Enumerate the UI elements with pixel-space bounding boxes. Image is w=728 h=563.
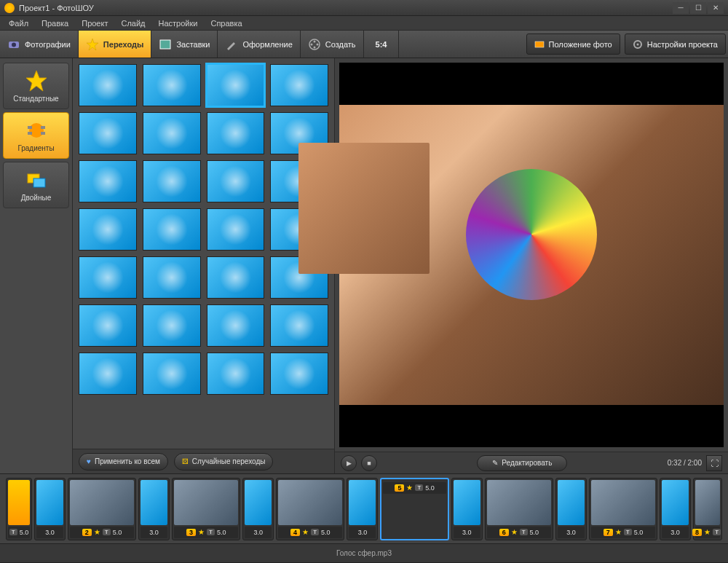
slide-duration: 5.0 [217, 529, 226, 536]
tab-design[interactable]: Оформление [218, 31, 300, 58]
category-standard[interactable]: Стандартные [3, 63, 69, 109]
menu-help[interactable]: Справка [205, 17, 248, 29]
menu-slide[interactable]: Слайд [115, 17, 151, 29]
transition-thumbnail[interactable] [207, 304, 265, 347]
slide-number: 5 [395, 484, 404, 492]
transition-thumbnail[interactable] [79, 256, 137, 299]
timeline-slide[interactable]: 8★T [693, 478, 722, 540]
transition-thumbnail[interactable] [207, 208, 265, 251]
tab-titles[interactable]: Заставки [151, 31, 218, 58]
timeline-slide[interactable]: 5★T5.0 [380, 478, 448, 540]
stop-button[interactable]: ■ [361, 455, 377, 471]
preview-controls: ▶ ■ ✎ Редактировать 0:32 / 2:00 ⛶ [335, 452, 728, 473]
button-label: Настройки проекта [647, 40, 718, 49]
transition-info-bar: 3.0 [141, 527, 167, 538]
timeline-slide[interactable]: 7★T5.0 [589, 478, 657, 540]
fullscreen-button[interactable]: ⛶ [706, 455, 722, 471]
transition-info-bar: 3.0 [558, 527, 585, 538]
slide-thumbnail [591, 480, 655, 525]
timeline-slide[interactable]: T5.0 [6, 478, 32, 540]
transition-thumbnail[interactable] [143, 304, 201, 347]
timeline-transition[interactable]: 3.0 [138, 478, 170, 540]
timeline-slide[interactable]: 6★T5.0 [485, 478, 553, 540]
transition-duration: 3.0 [45, 529, 55, 536]
star-icon: ★ [511, 528, 518, 536]
transition-info-bar: 3.0 [245, 527, 272, 538]
transition-thumbnail[interactable] [79, 353, 137, 395]
minimize-button[interactable]: ─ [673, 2, 689, 14]
category-label: Градиенты [17, 144, 54, 152]
category-double[interactable]: Двойные [3, 162, 69, 208]
transition-info-bar: 3.0 [454, 527, 480, 538]
slide-info-bar: 5★T5.0 [383, 482, 446, 494]
shuffle-icon: ⚄ [182, 457, 189, 465]
menu-file[interactable]: Файл [3, 17, 34, 29]
timeline-transition[interactable]: 3.0 [555, 478, 587, 540]
slide-duration: 5.0 [113, 529, 122, 536]
tab-create[interactable]: Создать [301, 31, 364, 58]
transition-thumbnail[interactable] [143, 208, 201, 251]
aspect-ratio[interactable]: 5:4 [364, 31, 400, 58]
slide-number: 2 [82, 529, 92, 536]
text-badge: T [103, 529, 111, 535]
menu-settings[interactable]: Настройки [153, 17, 204, 29]
transitions-gallery: ♥ Применить ко всем ⚄ Случайные переходы [73, 58, 335, 473]
heart-icon: ♥ [87, 457, 91, 465]
transition-thumbnail[interactable] [79, 160, 137, 202]
timeline-slide[interactable]: 4★T5.0 [276, 478, 344, 540]
transition-thumbnail[interactable] [270, 304, 328, 347]
timeline-transition[interactable]: 3.0 [660, 478, 691, 540]
transition-thumbnail[interactable] [207, 112, 265, 154]
timeline-transition[interactable]: 3.0 [451, 478, 483, 540]
slide-number: 7 [604, 529, 613, 536]
timeline-slide[interactable]: 3★T5.0 [172, 478, 240, 540]
transition-thumbnail [141, 480, 167, 525]
transition-thumbnail[interactable] [79, 64, 137, 106]
timeline[interactable]: T5.03.02★T5.03.03★T5.03.04★T5.03.05★T5.0… [0, 473, 728, 543]
reel-icon [308, 38, 321, 51]
apply-all-button[interactable]: ♥ Применить ко всем [79, 453, 168, 471]
transition-thumbnail[interactable] [79, 304, 137, 347]
transition-thumbnail[interactable] [143, 256, 201, 299]
pencil-icon: ✎ [492, 459, 498, 467]
project-settings-button[interactable]: Настройки проекта [625, 34, 726, 55]
tab-photos[interactable]: Фотографии [0, 31, 79, 58]
picture-icon [159, 38, 172, 51]
slide-info-bar: 7★T5.0 [591, 527, 655, 538]
timeline-transition[interactable]: 3.0 [347, 478, 378, 540]
category-gradients[interactable]: Градиенты [3, 112, 69, 159]
play-button[interactable]: ▶ [341, 455, 357, 471]
timeline-transition[interactable]: 3.0 [242, 478, 274, 540]
button-label: Редактировать [502, 459, 552, 467]
window-title: Проект1 - ФотоШОУ [19, 4, 673, 12]
transition-thumbnail[interactable] [79, 112, 137, 154]
transition-thumbnail[interactable] [143, 160, 201, 202]
audio-track[interactable]: Голос сфер.mp3 [0, 543, 728, 562]
photo-position-button[interactable]: Положение фото [526, 34, 620, 55]
menu-edit[interactable]: Правка [36, 17, 74, 29]
edit-button[interactable]: ✎ Редактировать [477, 455, 567, 471]
tab-label: Создать [325, 40, 356, 49]
transition-info-bar: 3.0 [662, 527, 689, 538]
transition-thumbnail[interactable] [270, 353, 328, 395]
transition-thumbnail[interactable] [143, 353, 201, 395]
transition-thumbnail[interactable] [207, 256, 265, 299]
text-badge: T [520, 529, 528, 535]
slide-duration: 5.0 [20, 529, 29, 536]
transition-thumbnail[interactable] [207, 64, 265, 106]
transition-thumbnail[interactable] [207, 353, 265, 395]
menu-project[interactable]: Проект [76, 17, 114, 29]
timeline-slide[interactable]: 2★T5.0 [68, 478, 136, 540]
titlebar: Проект1 - ФотоШОУ ─ ☐ ✕ [0, 0, 728, 16]
transition-thumbnail[interactable] [143, 112, 201, 154]
transition-thumbnail[interactable] [207, 160, 265, 202]
random-transitions-button[interactable]: ⚄ Случайные переходы [174, 453, 274, 471]
transition-thumbnail[interactable] [143, 64, 201, 106]
transition-thumbnail[interactable] [270, 64, 328, 106]
transition-thumbnail[interactable] [79, 208, 137, 251]
maximize-button[interactable]: ☐ [690, 2, 706, 14]
svg-point-7 [313, 46, 315, 48]
tab-transitions[interactable]: Переходы [79, 31, 152, 58]
timeline-transition[interactable]: 3.0 [34, 478, 66, 540]
close-button[interactable]: ✕ [708, 2, 724, 14]
